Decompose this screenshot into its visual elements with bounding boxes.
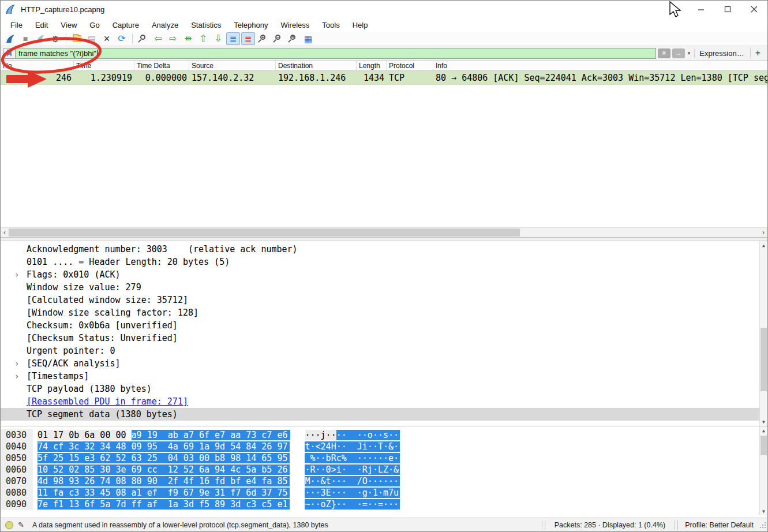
menu-statistics[interactable]: Statistics [185, 19, 227, 31]
details-vscroll-thumb[interactable] [760, 328, 767, 391]
menu-view[interactable]: View [54, 19, 83, 31]
expert-info-icon[interactable] [5, 521, 13, 529]
capture-comment-icon[interactable]: ✎ [18, 520, 24, 529]
zoom-out-icon[interactable]: − [271, 32, 285, 45]
filter-apply-button[interactable]: → [672, 48, 685, 58]
column-header-info[interactable]: Info [433, 61, 768, 70]
open-file-icon[interactable] [70, 32, 84, 45]
maximize-button[interactable] [714, 1, 741, 18]
details-line[interactable]: [Window size scaling factor: 128] [1, 306, 767, 319]
packet-row[interactable]: 2461.2309190.000000157.140.2.32192.168.1… [1, 71, 767, 85]
capture-options-icon[interactable]: ⚙ [48, 32, 62, 45]
previous-packet-icon[interactable]: ⇦ [151, 32, 165, 45]
details-line-link[interactable]: [Reassembled PDU in frame: 271] [1, 395, 767, 408]
menu-capture[interactable]: Capture [106, 19, 145, 31]
column-header-protocol[interactable]: Protocol [387, 61, 433, 70]
zoom-in-icon[interactable]: + [256, 32, 270, 45]
details-line[interactable]: [Calculated window size: 35712] [1, 294, 767, 306]
last-packet-glyph: ⇩ [214, 34, 222, 43]
colorize-icon[interactable]: ≣ [241, 32, 255, 45]
hex-bytes: 4d 98 93 26 74 08 80 90 2f 4f 16 fd bf e… [38, 475, 290, 487]
hex-offset: 0030 [1, 429, 33, 441]
menu-tools[interactable]: Tools [316, 19, 346, 31]
filter-clear-button[interactable]: × [658, 48, 670, 58]
hex-row[interactable]: 00505f 25 15 e3 62 52 63 25 04 03 00 b8 … [1, 452, 767, 464]
find-packet-icon[interactable] [136, 32, 150, 45]
details-line-selected[interactable]: TCP segment data (1380 bytes) [1, 408, 767, 421]
close-button[interactable] [741, 1, 767, 18]
hex-row[interactable]: 00704d 98 93 26 74 08 80 90 2f 4f 16 fd … [1, 475, 767, 487]
hex-row[interactable]: 004074 cf 3c 32 34 48 09 95 4a 69 1a 9d … [1, 441, 767, 452]
menu-go[interactable]: Go [83, 19, 106, 31]
pane-splitter-1[interactable] [1, 237, 767, 241]
column-header-length[interactable]: Length [357, 61, 387, 70]
details-line[interactable]: ›[Timestamps] [1, 370, 767, 383]
capture-options-glyph: ⚙ [51, 35, 59, 43]
status-profile[interactable]: Profile: Better Default [679, 521, 759, 529]
expand-arrow-icon[interactable]: › [14, 268, 19, 281]
go-to-packet-icon[interactable]: ⇻ [181, 32, 195, 45]
restart-capture-icon[interactable] [33, 32, 47, 45]
stop-capture-icon[interactable]: ■ [18, 32, 32, 45]
details-line[interactable]: TCP payload (1380 bytes) [1, 383, 767, 395]
wireshark-window: HTTP_capture10.pcapng FileEditViewGoCapt… [0, 0, 768, 532]
zoom-original-icon[interactable]: = [286, 32, 300, 45]
menu-file[interactable]: File [4, 19, 29, 31]
expand-arrow-icon[interactable]: › [14, 357, 19, 370]
bytes-vscrollbar[interactable]: ▲ ▼ [759, 426, 767, 515]
column-header-delta[interactable]: Time Delta [134, 61, 189, 70]
hex-row[interactable]: 008011 fa c3 33 45 08 a1 ef f9 67 9e 31 … [1, 487, 767, 499]
expression-button[interactable]: Expression… [694, 49, 748, 58]
first-packet-icon[interactable]: ⇧ [196, 32, 210, 45]
scroll-down-icon[interactable]: ▼ [760, 507, 767, 515]
start-capture-icon[interactable] [3, 32, 17, 45]
add-filter-button[interactable]: + [750, 48, 765, 58]
packet-cell-no: 246 [1, 73, 74, 83]
column-header-time[interactable]: Time [74, 61, 134, 70]
resize-columns-icon[interactable]: ▦ [301, 32, 315, 45]
filter-history-dropdown[interactable]: ▾ [685, 50, 694, 56]
menu-edit[interactable]: Edit [29, 19, 54, 31]
expand-arrow-icon[interactable]: › [14, 370, 19, 383]
hex-row[interactable]: 006010 52 02 85 30 3e 69 cc 12 52 6a 94 … [1, 464, 767, 475]
menu-telephony[interactable]: Telephony [227, 19, 274, 31]
display-filter-input[interactable]: frame matches "(?i)bhi" [16, 48, 656, 59]
details-vscrollbar[interactable]: ▲ ▼ [759, 241, 767, 426]
hex-row[interactable]: 00907e f1 13 6f 5a 7d ff af 1a 3d f5 89 … [1, 499, 767, 510]
hscroll-thumb[interactable] [9, 228, 520, 237]
column-header-source[interactable]: Source [189, 61, 276, 70]
details-line[interactable]: ›[SEQ/ACK analysis] [1, 357, 767, 370]
details-line[interactable]: ›Flags: 0x010 (ACK) [1, 268, 767, 281]
details-line[interactable]: 0101 .... = Header Length: 20 bytes (5) [1, 256, 767, 268]
magnifier-icon: = [289, 35, 297, 43]
hex-row[interactable]: 003001 17 0b 6a 00 00 a9 19 ab a7 6f e7 … [1, 429, 767, 441]
details-line[interactable]: [Checksum Status: Unverified] [1, 332, 767, 344]
auto-scroll-icon[interactable]: ≣ [226, 32, 240, 45]
details-line[interactable]: Acknowledgment number: 3003 (relative ac… [1, 243, 767, 256]
packet-cell-source: 157.140.2.32 [189, 73, 276, 83]
packet-list-hscrollbar[interactable]: ‹ › [1, 227, 767, 237]
scroll-left-icon[interactable]: ‹ [1, 228, 9, 237]
resize-grip[interactable] [759, 522, 766, 529]
column-header-no[interactable]: No. [1, 61, 74, 70]
bytes-vscroll-thumb[interactable] [760, 436, 767, 455]
scroll-up-icon[interactable]: ▲ [760, 241, 767, 249]
next-packet-icon[interactable]: ⇨ [166, 32, 180, 45]
filter-bookmark-button[interactable] [3, 48, 16, 59]
details-line[interactable]: Window size value: 279 [1, 281, 767, 294]
menu-wireless[interactable]: Wireless [274, 19, 316, 31]
scroll-right-icon[interactable]: › [759, 228, 767, 237]
details-line[interactable]: Checksum: 0x0b6a [unverified] [1, 319, 767, 332]
column-header-destination[interactable]: Destination [276, 61, 357, 70]
minimize-button[interactable] [688, 1, 714, 18]
menu-analyze[interactable]: Analyze [145, 19, 185, 31]
reload-icon[interactable]: ⟳ [115, 32, 129, 45]
save-file-icon[interactable]: ▤ [85, 32, 99, 45]
details-line[interactable]: Urgent pointer: 0 [1, 344, 767, 357]
hex-ascii: t·<24H·· Ji··T·&· [305, 441, 400, 452]
menu-help[interactable]: Help [346, 19, 374, 31]
scroll-up-icon[interactable]: ▲ [760, 426, 767, 434]
last-packet-icon[interactable]: ⇩ [211, 32, 225, 45]
close-file-icon[interactable]: × [100, 32, 114, 45]
scroll-down-icon[interactable]: ▼ [760, 418, 767, 426]
